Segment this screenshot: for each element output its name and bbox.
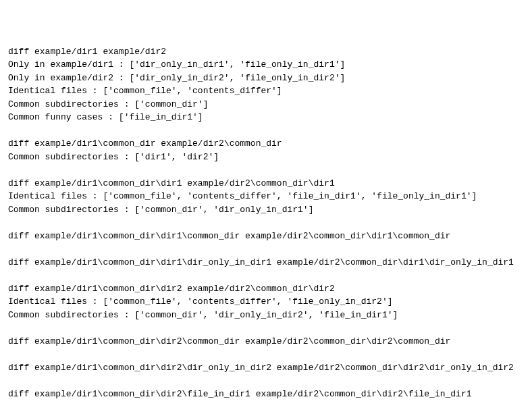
output-line: Identical files : ['common_file', 'conte… (8, 190, 524, 203)
output-line: diff example/dir1\common_dir\dir2\common… (8, 335, 524, 348)
output-line: Common subdirectories : ['dir1', 'dir2'] (8, 151, 524, 164)
output-line: Common subdirectories : ['common_dir'] (8, 98, 524, 111)
blank-line (8, 216, 524, 230)
output-line: diff example/dir1\common_dir\dir2\dir_on… (8, 361, 524, 375)
output-line: Only in example/dir1 : ['dir_only_in_dir… (8, 58, 524, 72)
output-line: diff example/dir1 example/dir2 (8, 45, 524, 59)
blank-line (8, 124, 524, 138)
terminal-output: diff example/dir1 example/dir2Only in ex… (8, 45, 524, 401)
output-line: Common funny cases : ['file_in_dir1'] (8, 111, 524, 124)
blank-line (8, 269, 524, 282)
output-line: diff example/dir1\common_dir\dir1\dir_on… (8, 256, 524, 269)
blank-line (8, 321, 524, 335)
output-line: diff example/dir1\common_dir\dir1\common… (8, 230, 524, 243)
output-line: Identical files : ['common_file', 'conte… (8, 295, 524, 309)
blank-line (8, 374, 524, 388)
output-line: Identical files : ['common_file', 'conte… (8, 84, 524, 98)
output-line: diff example/dir1\common_dir\dir1 exampl… (8, 177, 524, 190)
output-line: Only in example/dir2 : ['dir_only_in_dir… (8, 72, 524, 85)
blank-line (8, 242, 524, 256)
output-line: Common subdirectories : ['common_dir', '… (8, 203, 524, 217)
output-line: diff example/dir1\common_dir example/dir… (8, 137, 524, 151)
blank-line (8, 348, 524, 361)
output-line: diff example/dir1\common_dir\dir2 exampl… (8, 282, 524, 296)
output-line: Common subdirectories : ['common_dir', '… (8, 309, 524, 322)
blank-line (8, 163, 524, 177)
output-line: diff example/dir1\common_dir\dir2\file_i… (8, 388, 524, 401)
